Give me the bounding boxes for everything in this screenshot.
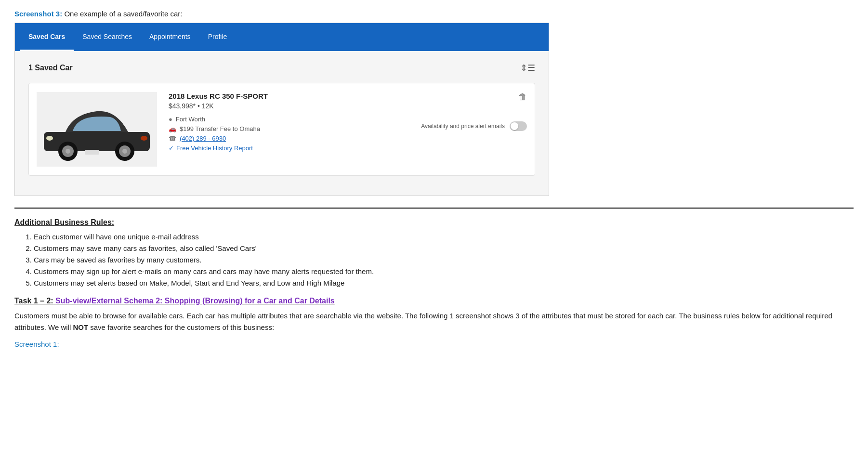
car-transfer-row: 🚗 $199 Transfer Fee to Omaha (169, 125, 413, 132)
svg-point-8 (141, 136, 147, 141)
car-phone-row: ☎ (402) 289 - 6930 (169, 135, 413, 142)
alert-toggle[interactable] (510, 121, 527, 131)
business-rules-section: Additional Business Rules: Each customer… (14, 218, 854, 287)
location-icon: ● (169, 116, 172, 123)
car-transfer-fee: $199 Transfer Fee to Omaha (180, 125, 260, 132)
alert-label: Availability and price alert emails (421, 123, 505, 130)
tab-profile[interactable]: Profile (199, 23, 236, 51)
rule-item-2: Customers may save many cars as favorite… (34, 244, 854, 252)
browser-screenshot: Saved Cars Saved Searches Appointments P… (14, 23, 549, 196)
screenshot-label: Screenshot 3: One example of a saved/fav… (14, 10, 854, 18)
svg-point-7 (46, 136, 53, 141)
car-history-link[interactable]: Free Vehicle History Report (176, 144, 253, 152)
car-image (37, 92, 157, 167)
task-desc-2: save favorite searches for the customers… (88, 323, 274, 331)
task-heading-prefix: Task 1 – 2: (14, 297, 53, 305)
screenshot-label-text: One example of a saved/favorite car: (64, 10, 182, 18)
task-description: Customers must be able to browse for ava… (14, 310, 854, 333)
car-card: 2018 Lexus RC 350 F-SPORT $43,998* • 12K… (28, 83, 535, 176)
delete-icon[interactable]: 🗑 (518, 92, 527, 102)
sort-icon[interactable]: ⇕☰ (520, 63, 535, 73)
screenshot-label-prefix: Screenshot 3: (14, 10, 62, 18)
rule-item-3: Cars may be saved as favorites by many c… (34, 256, 854, 264)
content-area: 1 Saved Car ⇕☰ (15, 51, 549, 196)
screenshot-ref: Screenshot 1: (14, 340, 854, 348)
alert-toggle-row: Availability and price alert emails (421, 121, 527, 131)
check-icon: ✓ (169, 144, 174, 152)
saved-count-label: 1 Saved Car (28, 64, 73, 72)
svg-point-6 (122, 149, 127, 154)
car-location-row: ● Fort Worth (169, 116, 413, 123)
svg-rect-9 (85, 150, 99, 155)
car-mileage: 12K (202, 102, 214, 110)
tab-appointments[interactable]: Appointments (141, 23, 199, 51)
section-divider (14, 208, 854, 209)
rule-item-4: Customers may sign up for alert e-mails … (34, 267, 854, 275)
tab-saved-cars[interactable]: Saved Cars (20, 23, 74, 51)
phone-icon: ☎ (169, 135, 176, 142)
svg-point-3 (66, 149, 70, 154)
card-right: 🗑 Availability and price alert emails (413, 92, 527, 131)
rule-item-1: Each customer will have one unique e-mai… (34, 233, 854, 241)
nav-bar: Saved Cars Saved Searches Appointments P… (15, 23, 549, 51)
car-history-row: ✓ Free Vehicle History Report (169, 144, 413, 152)
car-title: 2018 Lexus RC 350 F-SPORT (169, 92, 413, 100)
car-phone-link[interactable]: (402) 289 - 6930 (180, 135, 226, 142)
car-icon: 🚗 (169, 125, 176, 132)
task-section: Task 1 – 2: Sub-view/External Schema 2: … (14, 297, 854, 348)
car-price-separator: • (197, 102, 202, 110)
car-details: 2018 Lexus RC 350 F-SPORT $43,998* • 12K… (169, 92, 413, 154)
task-heading: Task 1 – 2: Sub-view/External Schema 2: … (14, 297, 854, 305)
task-heading-link[interactable]: Sub-view/External Schema 2: Shopping (Br… (55, 297, 335, 305)
car-price-value: $43,998* (169, 102, 196, 110)
tab-saved-searches[interactable]: Saved Searches (74, 23, 141, 51)
car-location: Fort Worth (176, 116, 205, 123)
rule-item-5: Customers may set alerts based on Make, … (34, 279, 854, 287)
task-not-text: NOT (73, 323, 88, 331)
car-price: $43,998* • 12K (169, 102, 413, 110)
business-rules-heading: Additional Business Rules: (14, 218, 854, 227)
saved-count-row: 1 Saved Car ⇕☰ (28, 63, 535, 73)
rules-list: Each customer will have one unique e-mai… (34, 233, 854, 287)
